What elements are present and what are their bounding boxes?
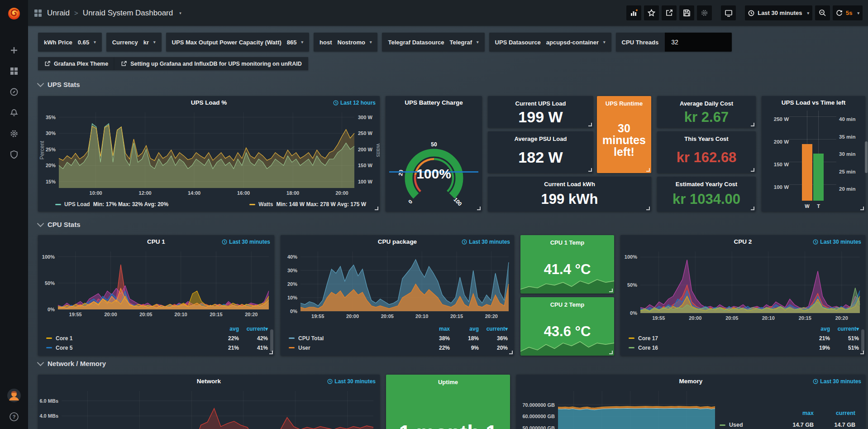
variable-input[interactable]: 32 (665, 33, 732, 52)
svg-text:30%: 30% (287, 268, 297, 273)
page-scrollbar[interactable] (865, 141, 868, 173)
legend-series-stats: Min: 148 W Max: 278 W Avg: 175 W (277, 201, 367, 207)
tv-mode-button[interactable] (721, 5, 736, 20)
variable-ups-datasource[interactable]: UPS Datasourceapcupsd-container▾ (489, 33, 611, 52)
panel-time-range[interactable]: Last 30 minutes (813, 239, 861, 245)
zoom-out-button[interactable] (815, 5, 830, 20)
legend-series-name[interactable]: Core 17 (638, 335, 658, 342)
stat-title: Average PSU Load (515, 135, 567, 142)
legend-series-name[interactable]: Used (729, 422, 743, 428)
sidebar-item-alerting[interactable] (0, 102, 28, 123)
legend-column-header[interactable]: max (772, 410, 814, 416)
breadcrumb-app[interactable]: Unraid (47, 9, 70, 18)
legend-column-header[interactable]: current▾ (479, 326, 508, 332)
legend-series-name[interactable]: Watts (258, 201, 273, 207)
star-button[interactable] (644, 5, 659, 20)
legend-series-name[interactable]: CPU Total (298, 335, 324, 342)
svg-text:20:00: 20:00 (689, 315, 701, 321)
legend-series-name[interactable]: Core 16 (638, 345, 658, 351)
chevron-down-icon[interactable]: ▾ (179, 11, 181, 15)
legend-color-marker (289, 337, 295, 339)
sidebar-item-create[interactable] (0, 40, 28, 61)
section-title: UPS Stats (48, 81, 80, 88)
section-ups-stats[interactable]: UPS Stats (38, 81, 80, 88)
monitor-icon (725, 9, 733, 17)
variable-value[interactable]: Nostromo (338, 39, 365, 46)
dashboard-link-grafana-plex-theme[interactable]: Grafana Plex Theme (38, 57, 114, 70)
legend-row: Core 122%42% (46, 333, 268, 343)
cpu-package-chart[interactable]: 0%10%20%30%40%19:5520:0020:0520:1020:152… (281, 248, 514, 324)
legend-column-header[interactable]: avg (450, 326, 479, 332)
share-button[interactable] (662, 5, 677, 20)
bar-W[interactable] (802, 144, 812, 201)
refresh-button[interactable]: 5s ▾ (833, 5, 863, 20)
legend-scrollbar[interactable] (861, 329, 864, 352)
settings-button[interactable] (697, 5, 712, 20)
svg-text:20:10: 20:10 (415, 313, 428, 319)
gear-icon (10, 129, 19, 138)
svg-text:?: ? (13, 414, 16, 419)
save-button[interactable] (679, 5, 694, 20)
panel-time-range[interactable]: Last 30 minutes (813, 378, 861, 385)
network-chart[interactable]: 2.0 MBs4.0 MBs6.0 MBs (38, 387, 380, 429)
cpu1-chart[interactable]: 0%50%100%19:5520:0020:0520:1020:1520:20 (38, 248, 274, 324)
section-title: Network / Memory (48, 360, 106, 367)
panel-title[interactable]: UPS Load % (38, 99, 380, 106)
stat-title: This Years Cost (684, 135, 728, 142)
stat-value: kr 2.67 (682, 107, 731, 128)
legend-column-header[interactable]: current▾ (830, 326, 859, 332)
cpu2-chart[interactable]: 0%50%100%19:5520:0020:0520:1020:1520:20 (620, 248, 865, 324)
panel-time-range[interactable]: Last 30 minutes (327, 378, 376, 385)
panel-time-range[interactable]: Last 12 hours (333, 100, 376, 106)
variable-cpu-threads[interactable]: CPU Threads32 (616, 33, 732, 52)
legend-column-header[interactable]: avg (210, 326, 239, 332)
bar-T[interactable] (813, 154, 824, 201)
sidebar-item-dashboards[interactable] (0, 61, 28, 82)
memory-chart[interactable]: 50.000000 GB60.000000 GB70.000000 GB (516, 387, 720, 429)
legend-series-name[interactable]: UPS Load (64, 201, 90, 207)
legend-item[interactable]: WattsMin: 148 W Max: 278 W Avg: 175 W (249, 201, 366, 207)
variable-value[interactable]: Telegraf (449, 39, 472, 46)
legend-scrollbar[interactable] (270, 329, 273, 352)
legend-column-header[interactable]: avg (801, 326, 830, 332)
variable-ups-max-output[interactable]: UPS Max Output Power Capacity (Watt)865▾ (166, 33, 309, 52)
legend-series-name[interactable]: User (298, 345, 310, 351)
sidebar-item-admin[interactable] (0, 144, 28, 165)
variable-value[interactable]: 865 (287, 39, 297, 46)
dashboard-link-ups-monitoring-guide[interactable]: Setting up Grafana and InfluxDB for UPS … (114, 57, 308, 70)
variables-row: kWh Price0.65▾Currencykr▾UPS Max Output … (38, 33, 732, 52)
legend-color-marker (46, 337, 52, 339)
dashboard-title[interactable]: Unraid System Dashboard (83, 9, 173, 18)
ups-load-chart[interactable]: 15%20%25%30%35%100 W150 W200 W250 W300 W… (38, 109, 380, 199)
add-panel-button[interactable] (626, 5, 641, 20)
panel-time-range[interactable]: Last 30 minutes (222, 239, 270, 245)
variable-value[interactable]: kr (143, 39, 149, 46)
network-memory-row: Network Last 30 minutes 2.0 MBs4.0 MBs6.… (38, 375, 865, 429)
panel-this-years-cost: This Years Cost kr 162.68 (657, 131, 756, 173)
legend-column-header[interactable]: current▾ (239, 326, 268, 332)
legend-series-name[interactable]: Core 1 (56, 335, 72, 342)
sidebar-item-explore[interactable] (0, 82, 28, 102)
panel-title[interactable]: UPS Load vs Time left (762, 99, 865, 106)
grafana-logo[interactable] (0, 0, 28, 27)
section-cpu-stats[interactable]: CPU Stats (38, 221, 81, 228)
panel-time-range[interactable]: Last 30 minutes (462, 239, 510, 245)
variable-currency[interactable]: Currencykr▾ (106, 33, 162, 52)
variable-telegraf-datasource[interactable]: Telegraf DatasourceTelegraf▾ (382, 33, 484, 52)
variable-value[interactable]: apcupsd-container (546, 39, 599, 46)
variable-kwh-price[interactable]: kWh Price0.65▾ (38, 33, 102, 52)
sidebar-item-configuration[interactable] (0, 123, 28, 144)
legend-series-name[interactable]: Core 5 (56, 345, 72, 351)
help-button[interactable]: ? (9, 412, 19, 424)
variable-host[interactable]: hostNostromo▾ (314, 33, 377, 52)
cpu2-legend: avgcurrent▾Core 1721%51%Core 1619%51% (620, 324, 865, 356)
legend-column-header[interactable]: max (421, 326, 450, 332)
legend-item[interactable]: UPS LoadMin: 17% Max: 32% Avg: 20% (55, 201, 168, 207)
panel-title[interactable]: UPS Battery Charge (386, 99, 482, 106)
section-network-memory[interactable]: Network / Memory (38, 360, 106, 367)
user-avatar[interactable] (7, 388, 21, 405)
variable-value[interactable]: 0.65 (78, 39, 89, 46)
legend-column-header[interactable]: current (814, 410, 855, 416)
time-picker[interactable]: Last 30 minutes ▾ (745, 5, 812, 20)
right-axis-tick: 25 min (836, 169, 863, 174)
